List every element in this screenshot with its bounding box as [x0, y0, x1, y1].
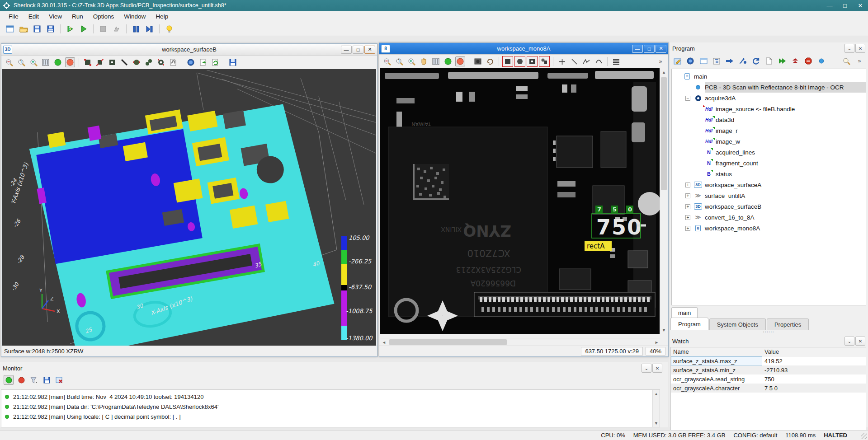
- surfaceB-maximize-button[interactable]: □: [353, 46, 363, 54]
- watch-table-header[interactable]: Name Value: [671, 347, 866, 356]
- tree-expand-toggle[interactable]: +: [685, 193, 690, 198]
- new-investigation-button[interactable]: [5, 23, 15, 34]
- tree-item-acquired_lines[interactable]: Nacquired_lines: [672, 147, 866, 158]
- tree-expand-toggle[interactable]: +: [685, 215, 690, 220]
- monitor-clear-icon[interactable]: [54, 375, 64, 385]
- line-list-icon[interactable]: [611, 56, 621, 66]
- rotate-icon[interactable]: [485, 56, 495, 66]
- snapshot-lens-icon[interactable]: [186, 57, 196, 67]
- watch-value-cell[interactable]: 419.52: [762, 358, 866, 365]
- app-maximize-button[interactable]: □: [837, 0, 853, 10]
- tree-item-pcb[interactable]: PCB - 3D Scan with Reflectance 8-bit Ima…: [672, 82, 866, 93]
- export-image-icon[interactable]: [198, 57, 208, 67]
- tree-item-acquire3da[interactable]: −acquire3dA: [672, 93, 866, 103]
- roi-ellipse-tool-icon[interactable]: [515, 56, 525, 66]
- save-as-button[interactable]: [45, 23, 56, 34]
- roi-rect-tool-icon[interactable]: [503, 56, 513, 66]
- mono8A-minimize-button[interactable]: —: [632, 45, 643, 53]
- tree-expand-toggle[interactable]: +: [685, 183, 690, 187]
- mono8A-horizontal-scrollbar[interactable]: ◄ ►: [380, 338, 660, 346]
- display-levels-icon[interactable]: [41, 57, 51, 67]
- display-levels-icon[interactable]: [431, 56, 441, 66]
- watch-col-name[interactable]: Name: [671, 347, 762, 356]
- tree-item-fragment_count[interactable]: Nfragment_count: [672, 158, 866, 169]
- menu-file[interactable]: File: [4, 12, 24, 21]
- live-display-icon[interactable]: [53, 57, 63, 67]
- tree-item-main[interactable]: ≡main: [672, 71, 866, 82]
- menu-help[interactable]: Help: [151, 12, 173, 21]
- tree-item-convert_16_to_8a[interactable]: +≫convert_16_to_8A: [672, 212, 866, 223]
- mono8A-image-viewport[interactable]: TAIWAN D6656620A CLG225A3X2213 XC7Z010: [380, 68, 660, 334]
- roi-rect-icon[interactable]: [83, 57, 93, 67]
- roi-point-rect-tool-icon[interactable]: [539, 56, 549, 66]
- arc-tool-icon[interactable]: [594, 56, 604, 66]
- edit-instruction-icon[interactable]: [672, 56, 682, 66]
- watch-name-cell[interactable]: ocr_grayscaleA.character: [671, 384, 762, 393]
- polyline-tool-icon[interactable]: [581, 56, 591, 66]
- pause-button[interactable]: [131, 23, 142, 34]
- tree-item-image_w[interactable]: Hdlimage_w: [672, 136, 866, 147]
- priority-up-icon[interactable]: [790, 56, 800, 66]
- hint-bulb-button[interactable]: [164, 23, 175, 34]
- tree-item-image_r[interactable]: Hdlimage_r: [672, 125, 866, 136]
- new-window-icon[interactable]: [698, 56, 708, 66]
- freeze-display-icon[interactable]: [65, 57, 75, 67]
- scroll-up-arrow[interactable]: ▲: [660, 68, 668, 76]
- goto-arrow-icon[interactable]: [725, 56, 735, 66]
- tree-item-image_source[interactable]: Hdlimage_source <- fileB.handle: [672, 103, 866, 114]
- save-image-icon[interactable]: [228, 57, 238, 67]
- roi-annulus-tool-icon[interactable]: [527, 56, 537, 66]
- scroll-up-arrow[interactable]: ▲: [653, 390, 660, 398]
- monitor-vertical-scrollbar[interactable]: ▲ ▼: [652, 390, 660, 427]
- zoom-reset-icon[interactable]: 1: [394, 56, 404, 66]
- log-entry[interactable]: 21:12:02.982 [main] Data dir: 'C:\Progra…: [1, 402, 660, 412]
- tree-expand-toggle[interactable]: +: [685, 226, 690, 231]
- zoom-in-icon[interactable]: [28, 57, 38, 67]
- window-resize-grip[interactable]: [861, 433, 867, 439]
- watch-col-value[interactable]: Value: [762, 348, 866, 355]
- tree-item-workspace_surfacea[interactable]: +3Dworkspace_surfaceA: [672, 179, 866, 190]
- watch-value-cell[interactable]: 750: [762, 376, 866, 383]
- watch-row[interactable]: surface_z_statsA.max_z419.52: [671, 356, 866, 365]
- reload-image-icon[interactable]: [210, 57, 220, 67]
- roi-polygon-icon[interactable]: [156, 57, 166, 67]
- breakpoint-dot-icon[interactable]: [816, 56, 826, 66]
- menu-window[interactable]: Window: [119, 12, 151, 21]
- monitor-filter-icon[interactable]: [29, 375, 39, 385]
- stop-sign-icon[interactable]: [803, 56, 813, 66]
- search-icon[interactable]: [841, 56, 851, 66]
- tree-item-status[interactable]: Bstatus: [672, 169, 866, 179]
- tree-item-data3d[interactable]: Hdldata3d: [672, 114, 866, 125]
- roi-double-circle-icon[interactable]: [144, 57, 154, 67]
- monitor-start-icon[interactable]: [4, 375, 14, 385]
- panel-splitter-handle[interactable]: ::::::: [670, 331, 868, 334]
- snapshot-icon[interactable]: [473, 56, 483, 66]
- toolbar-overflow-chevron[interactable]: »: [656, 56, 665, 66]
- zoom-reset-icon[interactable]: 1: [16, 57, 26, 67]
- watch-name-cell[interactable]: ocr_grayscaleA.read_string: [671, 374, 762, 384]
- tree-collapse-toggle[interactable]: −: [685, 96, 690, 101]
- watch-row[interactable]: ocr_grayscaleA.read_string750: [671, 374, 866, 384]
- tree-item-workspace_mono8a[interactable]: +8workspace_mono8A: [672, 223, 866, 234]
- log-entry[interactable]: 21:12:02.982 [main] Using locale: [ C ] …: [1, 412, 660, 421]
- run-fast-icon[interactable]: [777, 56, 787, 66]
- menu-run[interactable]: Run: [67, 12, 88, 21]
- watch-close-button[interactable]: ✕: [855, 337, 865, 346]
- refresh-icon[interactable]: [751, 56, 761, 66]
- tab-system-objects[interactable]: System Objects: [709, 318, 766, 330]
- mono8A-close-button[interactable]: ✕: [656, 45, 666, 53]
- scroll-down-arrow[interactable]: ▼: [660, 326, 668, 334]
- watch-row[interactable]: ocr_grayscaleA.character7 5 0: [671, 384, 866, 393]
- live-display-icon[interactable]: [443, 56, 453, 66]
- roi-circle-icon[interactable]: [132, 57, 142, 67]
- save-button[interactable]: [32, 23, 42, 34]
- branch-arrow-icon[interactable]: [738, 56, 748, 66]
- scrollbar-thumb[interactable]: [389, 339, 507, 345]
- log-entry[interactable]: 21:12:02.982 [main] Build time: Nov 4 20…: [1, 392, 660, 402]
- watch-name-cell[interactable]: surface_z_statsA.min_z: [671, 365, 762, 374]
- monitor-collapse-button[interactable]: ⌄: [642, 364, 651, 373]
- mono8A-maximize-button[interactable]: □: [644, 45, 655, 53]
- run-once-button[interactable]: 1: [65, 23, 75, 34]
- scrollbar-thumb[interactable]: [661, 77, 667, 190]
- tree-item-surface_untilta[interactable]: +≫surface_untiltA: [672, 190, 866, 201]
